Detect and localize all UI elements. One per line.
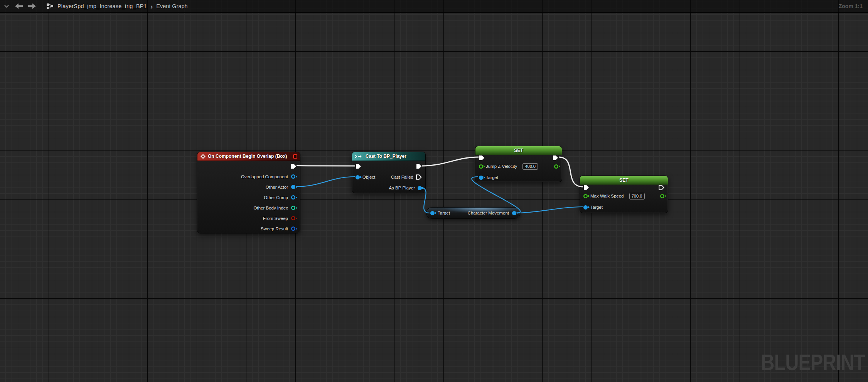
pin-other-actor[interactable] xyxy=(291,185,295,189)
pin-output-value[interactable] xyxy=(554,164,558,169)
exec-in-pin[interactable] xyxy=(583,185,589,190)
pin-other-body-index[interactable] xyxy=(291,206,295,210)
pin-row: Max Walk Speed 700.0 xyxy=(580,190,668,202)
node-title: SET xyxy=(514,148,523,153)
node-character-movement[interactable]: Target Character Movement xyxy=(426,207,521,219)
pin-label: Max Walk Speed xyxy=(590,194,624,198)
arrow-left-icon xyxy=(15,3,23,9)
node-on-component-begin-overlap[interactable]: On Component Begin Overlap (Box) Overlap… xyxy=(197,152,300,233)
jump-z-velocity-input[interactable]: 400.0 xyxy=(522,163,538,170)
pin-row: Sweep Result xyxy=(197,223,300,234)
pin-other-comp[interactable] xyxy=(291,195,295,199)
blueprint-graph-icon xyxy=(46,3,54,10)
pin-label: Target xyxy=(590,205,603,210)
pin-row: Other Body Index xyxy=(197,203,300,213)
nav-forward-button[interactable] xyxy=(28,3,36,9)
pin-label: Other Comp xyxy=(264,195,288,200)
exec-out-pin[interactable] xyxy=(416,164,422,169)
breadcrumb-separator-icon: › xyxy=(150,3,153,10)
pin-row: Overlapped Component xyxy=(197,171,300,182)
pin-output-value[interactable] xyxy=(660,194,664,198)
pin-row: Other Comp xyxy=(197,192,300,203)
pin-label: Character Movement xyxy=(468,211,509,215)
pin-row: Jump Z Velocity 400.0 xyxy=(475,161,562,172)
pin-row xyxy=(475,155,562,161)
delegate-pin[interactable] xyxy=(293,154,297,159)
node-header[interactable]: SET xyxy=(475,146,562,155)
pin-label: Other Body Index xyxy=(254,206,288,210)
pin-target[interactable] xyxy=(479,176,483,180)
node-title: On Component Begin Overlap (Box) xyxy=(208,154,287,159)
pin-label: Other Actor xyxy=(266,185,288,189)
pin-jump-z-velocity[interactable] xyxy=(479,164,483,169)
wire-exec-cast-to-setjump[interactable] xyxy=(422,157,479,166)
exec-in-pin[interactable] xyxy=(356,164,361,169)
max-walk-speed-input[interactable]: 700.0 xyxy=(629,193,645,199)
pin-label: As BP Player xyxy=(389,186,415,190)
exec-out-pin[interactable] xyxy=(659,185,664,190)
graph-canvas[interactable]: On Component Begin Overlap (Box) Overlap… xyxy=(0,0,868,382)
exec-out-pin[interactable] xyxy=(553,155,558,161)
arrow-right-icon xyxy=(28,3,36,9)
node-header[interactable]: SET xyxy=(580,176,668,185)
pin-row: From Sweep xyxy=(197,213,300,223)
nav-back-button[interactable] xyxy=(15,3,23,9)
pin-target[interactable] xyxy=(583,205,588,210)
pin-row: Other Actor xyxy=(197,182,300,192)
event-icon xyxy=(201,154,206,159)
pin-label: Target xyxy=(438,211,450,215)
pin-row: Target xyxy=(475,172,562,183)
graph-toolbar: PlayerSpd_jmp_Increase_trig_BP1 › Event … xyxy=(0,0,868,13)
pin-label: Sweep Result xyxy=(261,226,288,231)
pin-max-walk-speed[interactable] xyxy=(583,194,588,198)
pin-label: Target xyxy=(486,175,498,180)
node-cast-to-bp-player[interactable]: Cast To BP_Player Object Cast Failed xyxy=(352,152,426,193)
pin-row: As BP Player xyxy=(352,183,425,193)
pin-overlapped-component[interactable] xyxy=(291,174,295,179)
cast-failed-exec-pin[interactable] xyxy=(416,174,422,180)
pin-object[interactable] xyxy=(356,175,360,179)
node-header[interactable]: On Component Begin Overlap (Box) xyxy=(197,152,300,161)
pin-row xyxy=(580,184,668,190)
wire-otheractor-to-object[interactable] xyxy=(296,177,355,187)
pin-row: Target xyxy=(580,202,668,213)
breadcrumb-blueprint-name[interactable]: PlayerSpd_jmp_Increase_trig_BP1 xyxy=(57,3,147,9)
node-title: SET xyxy=(619,177,628,183)
exec-in-pin[interactable] xyxy=(479,155,485,161)
pin-label: From Sweep xyxy=(263,216,288,221)
pin-row xyxy=(352,161,425,172)
pin-row: Object Cast Failed xyxy=(352,172,425,183)
wire-exec-event-to-cast[interactable] xyxy=(297,166,355,166)
pin-from-sweep[interactable] xyxy=(291,216,295,220)
breadcrumb-graph-name[interactable]: Event Graph xyxy=(156,3,187,9)
exec-out-pin[interactable] xyxy=(291,164,297,169)
pin-label: Cast Failed xyxy=(391,175,413,179)
zoom-level-label: Zoom 1:1 xyxy=(839,3,864,9)
cast-icon xyxy=(355,154,363,159)
pin-row xyxy=(197,161,300,171)
node-set-jump-z-velocity[interactable]: SET Jump Z Velocity 400.0 Target xyxy=(475,146,562,182)
pin-sweep-result[interactable] xyxy=(291,226,295,231)
node-title: Cast To BP_Player xyxy=(366,154,406,159)
wire-charmove-to-setwalk-target[interactable] xyxy=(515,207,583,213)
node-set-max-walk-speed[interactable]: SET Max Walk Speed 700.0 Target xyxy=(580,176,668,213)
toolbar-collapse-button[interactable] xyxy=(4,5,9,8)
pin-target[interactable] xyxy=(430,211,435,215)
node-header[interactable]: Cast To BP_Player xyxy=(352,152,425,161)
chevron-down-icon xyxy=(4,5,9,8)
blueprint-watermark: BLUEPRINT xyxy=(761,352,865,374)
pin-label: Overlapped Component xyxy=(241,174,288,179)
wire-layer xyxy=(0,0,868,382)
pin-label: Object xyxy=(362,175,375,179)
pin-label: Jump Z Velocity xyxy=(486,164,517,169)
